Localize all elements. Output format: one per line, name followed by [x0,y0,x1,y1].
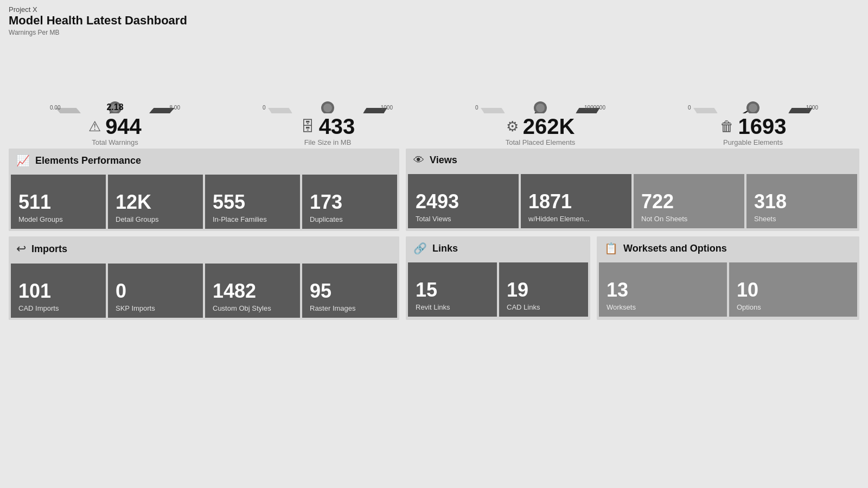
metric-card-label: Total Views [416,215,513,223]
views-panel: 👁 Views 2493Total Views1871w/Hidden Elem… [406,149,859,231]
gauge-number: 433 [319,115,355,137]
metric-card-value: 2493 [416,191,513,213]
svg-text:0: 0 [263,105,266,111]
metric-card-value: 173 [310,191,392,213]
metric-card-label: Model Groups [18,215,100,223]
metric-card: 318Sheets [746,174,857,228]
dashboard-title: Model Health Latest Dashboard [9,14,859,28]
gauge-metric-row: ⚠944 [88,115,142,137]
gauge-label: Purgable Elements [723,138,783,146]
worksets-header: 📋 Worksets and Options [597,236,859,260]
svg-point-16 [323,104,332,112]
metric-card-value: 1871 [528,191,626,213]
elements-performance-cards: 511Model Groups12KDetail Groups555In-Pla… [9,172,399,231]
links-panel: 🔗 Links 15Revit Links19CAD Links [406,236,590,320]
metric-card: 1871w/Hidden Elemen... [521,174,631,228]
links-cards: 15Revit Links19CAD Links [406,260,590,319]
metric-card: 13Worksets [599,262,727,317]
metric-card-label: Worksets [607,303,722,311]
metric-card-label: In-Place Families [213,215,295,223]
gauge-metric-row: 🗑1693 [720,115,787,137]
worksets-cards: 13Worksets10Options [597,260,859,319]
gauge-icon: ⚙ [506,118,519,135]
svg-text:0.00: 0.00 [50,105,61,111]
metric-card-value: 555 [213,191,295,213]
gauge-metric-row: ⚙262K [506,115,575,137]
metric-card-label: Detail Groups [116,215,197,223]
svg-text:1000000: 1000000 [584,105,605,111]
svg-text:1000: 1000 [381,105,393,111]
metric-card: 10Options [729,262,857,317]
purgable-gauge: 02004006008001000🗑1693Purgable Elements [647,40,859,149]
metric-card-value: 101 [18,280,100,302]
imports-panel: ↩ Imports 101CAD Imports0SKP Imports1482… [9,236,399,320]
gauge-icon: ⚠ [88,118,101,135]
elements-performance-title: Elements Performance [35,155,141,166]
svg-text:0: 0 [475,105,478,111]
gauge-label: File Size in MB [304,138,352,146]
metric-card-value: 19 [507,279,583,301]
elements-performance-panel: 📈 Elements Performance 511Model Groups12… [9,149,399,231]
gauge-value-display: 2.18 [106,102,123,112]
worksets-icon: 📋 [604,242,618,255]
elements-performance-header: 📈 Elements Performance [9,149,399,172]
views-header: 👁 Views [406,149,859,172]
metric-card-value: 722 [641,191,739,213]
gauge-icon: 🗄 [301,118,315,135]
elements-gauge: 02000004000006000008000001000000⚙262KTot… [434,40,647,149]
subtitle: Warnings Per MB [9,29,859,36]
metric-card-label: Raster Images [310,304,392,312]
metric-card-value: 1482 [213,280,295,302]
links-title: Links [432,243,458,254]
metric-card-label: CAD Links [507,303,583,311]
metric-card-value: 95 [310,280,392,302]
gauge-number: 944 [105,115,142,137]
metric-card-label: Not On Sheets [641,215,739,223]
metric-card: 101CAD Imports [11,264,106,318]
bottom-row: ↩ Imports 101CAD Imports0SKP Imports1482… [9,236,859,320]
metric-card: 15Revit Links [408,262,497,317]
imports-title: Imports [31,243,67,255]
metric-card: 95Raster Images [302,264,397,318]
metric-card: 19CAD Links [499,262,588,317]
project-name: Project X [9,5,859,14]
metric-card: 2493Total Views [408,174,519,228]
metric-card-value: 318 [754,191,852,213]
worksets-title: Worksets and Options [623,243,727,254]
metric-card-label: CAD Imports [18,304,100,312]
worksets-panel: 📋 Worksets and Options 13Worksets10Optio… [597,236,859,320]
views-cards: 2493Total Views1871w/Hidden Elemen...722… [406,172,859,230]
links-header: 🔗 Links [406,236,590,260]
views-title: Views [430,155,457,166]
gauge-label: Total Warnings [92,138,138,146]
metric-card-label: Revit Links [416,303,492,311]
warnings-gauge: 0.002.004.006.008.002.18⚠944Total Warnin… [9,40,221,149]
metric-card-value: 511 [18,191,100,213]
header: Project X Model Health Latest Dashboard … [9,5,859,36]
metric-card-value: 12K [116,191,197,213]
metric-card-label: Duplicates [310,215,392,223]
metric-card: 555In-Place Families [205,175,300,229]
svg-text:8.00: 8.00 [170,105,180,111]
elements-performance-icon: 📈 [16,154,30,167]
sections-row: 📈 Elements Performance 511Model Groups12… [9,149,859,231]
gauge-metric-row: 🗄433 [301,115,355,137]
gauges-row: 0.002.004.006.008.002.18⚠944Total Warnin… [9,40,859,149]
metric-card-label: Custom Obj Styles [213,304,295,312]
svg-point-25 [536,104,545,112]
gauge-label: Total Placed Elements [506,138,576,146]
metric-card: 0SKP Imports [108,264,203,318]
svg-text:1000: 1000 [806,105,818,111]
svg-text:0: 0 [688,105,691,111]
imports-header: ↩ Imports [9,236,399,261]
metric-card: 12KDetail Groups [108,175,203,229]
metric-card-label: w/Hidden Elemen... [528,215,626,223]
metric-card-label: SKP Imports [116,304,197,312]
svg-point-34 [749,104,757,112]
gauge-number: 1693 [738,115,787,137]
metric-card: 173Duplicates [302,175,397,229]
metric-card-value: 15 [416,279,492,301]
metric-card-value: 13 [607,279,722,301]
metric-card: 722Not On Sheets [634,174,744,228]
metric-card-value: 0 [116,280,197,302]
